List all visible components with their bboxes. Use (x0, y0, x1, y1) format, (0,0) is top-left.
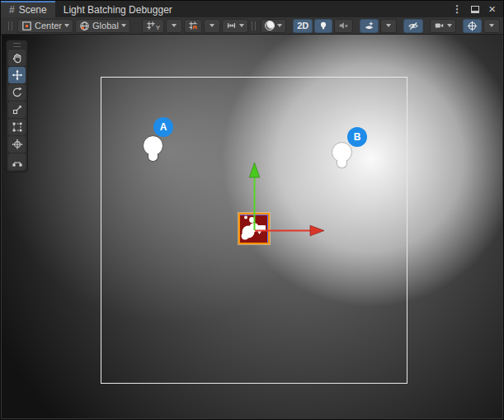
orientation-label: Global (92, 21, 119, 31)
move-icon (12, 69, 23, 81)
chevron-down-icon (447, 24, 452, 27)
gizmos-dropdown[interactable] (483, 19, 500, 33)
scene-lighting-toggle[interactable] (314, 19, 332, 33)
tab-bar: # Scene Light Batching Debugger ⋮ × (1, 1, 503, 17)
scene-viewport[interactable]: A B (2, 35, 502, 418)
hand-icon (12, 52, 23, 64)
rotate-tool[interactable] (8, 84, 26, 101)
chevron-down-icon (489, 24, 494, 27)
light-gizmo-b[interactable] (332, 142, 352, 163)
eye-slash-icon (407, 21, 419, 31)
grid-snap-icon (188, 21, 198, 31)
scene-visibility-toggle[interactable] (403, 19, 423, 33)
effects-icon (364, 21, 374, 31)
orientation-dropdown[interactable]: Global (75, 19, 130, 33)
toolbar-drag-handle[interactable] (252, 21, 256, 31)
chevron-down-icon (386, 24, 391, 27)
tools-overlay (6, 40, 28, 172)
audio-muted-icon (338, 21, 349, 31)
window-controls: ⋮ × (452, 1, 503, 17)
tab-lbd-label: Light Batching Debugger (64, 4, 172, 16)
gizmos-toggle[interactable] (463, 19, 482, 33)
light-bulb-icon (318, 21, 328, 31)
camera-dropdown[interactable] (430, 19, 456, 33)
custom-editor-tool[interactable] (8, 153, 26, 170)
grid-visibility-button[interactable]: Y (142, 19, 164, 33)
grid-icon (146, 21, 156, 31)
unity-scene-window: # Scene Light Batching Debugger ⋮ × Cent… (0, 0, 504, 420)
light-badge-a[interactable]: A (153, 117, 173, 137)
pivot-icon (21, 21, 32, 31)
palette-drag-handle[interactable] (13, 43, 21, 47)
rotate-icon (12, 87, 23, 98)
shading-sphere-icon (265, 21, 275, 31)
chevron-down-icon (121, 24, 126, 27)
rect-icon (12, 121, 23, 133)
tab-light-batching-debugger[interactable]: Light Batching Debugger (55, 1, 181, 17)
transform-tool[interactable] (8, 136, 26, 153)
effects-toggle[interactable] (360, 19, 379, 33)
maximize-icon[interactable] (471, 6, 479, 13)
light-badge-b[interactable]: B (347, 127, 367, 147)
gizmo-axis-icon (467, 21, 478, 31)
transform-icon (12, 139, 23, 150)
light-gizmo-a[interactable] (143, 135, 163, 156)
custom-tool-icon (12, 156, 23, 168)
move-tool[interactable] (8, 67, 26, 83)
scale-icon (12, 104, 23, 116)
grid-hash-icon: # (9, 4, 15, 16)
scale-tool[interactable] (8, 101, 26, 118)
shading-mode-dropdown[interactable] (261, 19, 286, 33)
view-hand-tool[interactable] (8, 50, 26, 66)
scene-toolbar: Center Global Y (1, 17, 503, 35)
toolbar-drag-handle[interactable] (8, 21, 12, 31)
rect-tool[interactable] (8, 119, 26, 135)
grid-snap-group: Y (142, 19, 248, 33)
pivot-label: Center (35, 21, 62, 31)
tab-scene[interactable]: # Scene (1, 1, 55, 17)
window-menu-icon[interactable]: ⋮ (452, 3, 462, 15)
audio-toggle[interactable] (334, 19, 353, 33)
transform-settings-group: Center Global (5, 19, 130, 33)
close-icon[interactable]: × (488, 5, 496, 13)
camera-icon (434, 21, 445, 31)
snap-increment-icon (226, 21, 237, 31)
grid-visibility-dropdown[interactable] (166, 19, 182, 33)
selected-sprite[interactable] (238, 213, 270, 244)
2d-label: 2D (297, 21, 309, 31)
view-options-group: 2D (248, 19, 500, 33)
chevron-down-icon (277, 24, 282, 27)
tab-scene-label: Scene (19, 4, 47, 16)
chevron-down-icon (172, 24, 177, 27)
grid-snapping-button[interactable] (184, 19, 202, 33)
sprite-cloud-graphic (240, 215, 268, 243)
chevron-down-icon (239, 24, 244, 27)
effects-dropdown[interactable] (380, 19, 397, 33)
chevron-down-icon (64, 24, 69, 27)
2d-mode-toggle[interactable]: 2D (293, 19, 313, 33)
globe-icon (79, 21, 90, 31)
pivot-dropdown[interactable]: Center (17, 19, 73, 33)
grid-axis-letter: Y (156, 24, 160, 31)
grid-snapping-dropdown[interactable] (204, 19, 220, 33)
snap-increment-dropdown[interactable] (222, 19, 248, 33)
chevron-down-icon (210, 24, 214, 27)
